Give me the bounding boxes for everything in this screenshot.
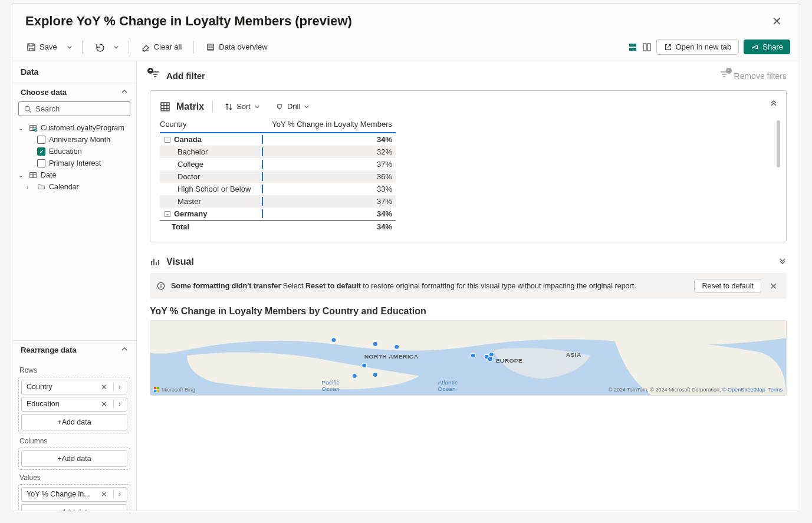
save-label: Save xyxy=(40,42,57,51)
matrix-row[interactable]: Doctor36% xyxy=(160,170,396,183)
token-education[interactable]: Education ✕› xyxy=(21,397,127,412)
open-new-tab-label: Open in new tab xyxy=(676,42,732,51)
choose-data-header[interactable]: Choose data xyxy=(12,83,136,101)
rearrange-header[interactable]: Rearrange data xyxy=(12,340,136,359)
data-overview-button[interactable]: Data overview xyxy=(201,40,272,55)
tree-field-education[interactable]: ✓ Education xyxy=(16,146,133,157)
info-icon xyxy=(157,282,165,290)
save-dropdown[interactable] xyxy=(64,41,75,53)
osm-link[interactable]: © OpenStreetMap xyxy=(722,387,765,393)
filter-bar: + Add filter × Remove filters xyxy=(137,61,800,90)
layout-toggle-side-icon[interactable] xyxy=(642,42,652,52)
add-data-rows[interactable]: +Add data xyxy=(21,414,127,430)
close-icon[interactable]: ✕ xyxy=(767,12,787,31)
svg-point-17 xyxy=(352,374,357,379)
page-title: Explore YoY % Change in Loyalty Members … xyxy=(25,14,352,29)
tree-folder-label: Calendar xyxy=(49,183,79,191)
remove-icon[interactable]: ✕ xyxy=(98,400,110,409)
undo-dropdown[interactable] xyxy=(111,41,121,53)
add-data-values[interactable]: +Add data xyxy=(21,504,127,511)
add-filter-button[interactable]: + Add filter xyxy=(150,70,205,82)
open-new-tab-button[interactable]: Open in new tab xyxy=(656,39,739,55)
svg-rect-24 xyxy=(157,387,159,389)
token-country[interactable]: Country ✕› xyxy=(21,380,127,394)
folder-icon xyxy=(37,183,45,191)
svg-point-15 xyxy=(395,344,399,349)
token-yoy[interactable]: YoY % Change in... ✕› xyxy=(21,487,127,502)
tree-field-primary-interest[interactable]: Primary Interest xyxy=(16,157,133,169)
remove-filters-button[interactable]: × Remove filters xyxy=(719,70,787,82)
svg-text:Ocean: Ocean xyxy=(438,386,456,392)
tree-table-customerloyalty[interactable]: ⌄ CustomerLoyaltyProgram xyxy=(16,122,133,134)
matrix-row[interactable]: –Canada34% xyxy=(160,133,396,146)
matrix-row[interactable]: High School or Below33% xyxy=(160,183,396,195)
matrix-row[interactable]: Master37% xyxy=(160,195,396,208)
undo-button[interactable] xyxy=(90,40,109,55)
map-label-atlantic: Atlantic xyxy=(438,380,458,386)
rows-well[interactable]: Country ✕› Education ✕› +Add data xyxy=(18,377,130,433)
tree-field-anniversary[interactable]: Anniversary Month xyxy=(16,134,133,146)
close-banner-icon[interactable]: ✕ xyxy=(767,281,780,292)
layout-toggle-stacked-icon[interactable] xyxy=(628,42,637,52)
matrix-cell-label: High School or Below xyxy=(177,185,251,193)
checkbox-unchecked-icon[interactable] xyxy=(37,136,45,144)
checkbox-checked-icon[interactable]: ✓ xyxy=(37,147,45,156)
collapse-group-icon[interactable]: – xyxy=(165,211,170,217)
bar-chart-icon xyxy=(150,256,160,267)
map-label-pacific: Pacific xyxy=(321,380,339,386)
bing-attribution: Microsoft Bing xyxy=(154,387,195,393)
filter-remove-icon: × xyxy=(719,70,729,82)
share-button[interactable]: Share xyxy=(744,40,790,54)
save-icon xyxy=(27,42,36,52)
remove-icon[interactable]: ✕ xyxy=(98,383,110,392)
drill-icon xyxy=(275,103,284,111)
sort-icon xyxy=(225,103,233,111)
sort-button[interactable]: Sort xyxy=(221,100,264,113)
matrix-row[interactable]: –Germany34% xyxy=(160,208,396,220)
search-placeholder: Search xyxy=(35,104,60,113)
map-label-eu: EUROPE xyxy=(496,357,523,364)
checkbox-unchecked-icon[interactable] xyxy=(37,159,45,167)
svg-point-14 xyxy=(373,341,377,346)
collapse-up-icon[interactable] xyxy=(770,99,778,109)
search-input[interactable]: Search xyxy=(18,101,130,116)
chevron-right-icon[interactable]: › xyxy=(117,400,122,408)
map-copyright: © 2024 TomTom, © 2024 Microsoft Corporat… xyxy=(609,387,783,393)
matrix-row[interactable]: Total34% xyxy=(160,220,396,232)
field-label: Primary Interest xyxy=(49,159,101,167)
matrix-cell-label: College xyxy=(177,160,203,169)
scrollbar[interactable] xyxy=(777,120,780,167)
clear-all-button[interactable]: Clear all xyxy=(136,40,187,55)
matrix-title: Matrix xyxy=(176,101,204,112)
chevron-up-icon xyxy=(121,88,128,97)
svg-point-21 xyxy=(488,357,492,361)
data-overview-label: Data overview xyxy=(219,42,267,51)
matrix-cell-label: Germany xyxy=(174,209,207,218)
save-button[interactable]: Save xyxy=(22,40,62,55)
matrix-table[interactable]: Country YoY % Change in Loyalty Members … xyxy=(160,120,396,232)
explore-dialog: Explore YoY % Change in Loyalty Members … xyxy=(12,3,800,511)
chevron-right-icon[interactable]: › xyxy=(117,383,122,391)
drill-button[interactable]: Drill xyxy=(272,100,313,113)
reset-to-default-button[interactable]: Reset to default xyxy=(694,279,761,293)
matrix-row[interactable]: College37% xyxy=(160,158,396,170)
format-warning-banner: Some formatting didn't transfer Select R… xyxy=(150,273,787,299)
values-well[interactable]: YoY % Change in... ✕› +Add data xyxy=(18,484,130,511)
expand-down-icon[interactable] xyxy=(778,256,787,267)
tree-table-date[interactable]: ⌄ Date xyxy=(16,169,133,181)
map-label-na: NORTH AMERICA xyxy=(364,353,419,360)
matrix-row[interactable]: Bachelor32% xyxy=(160,146,396,158)
map-visual[interactable]: NORTH AMERICA EUROPE ASIA Pacific Ocean … xyxy=(150,320,787,396)
columns-label: Columns xyxy=(19,437,130,445)
tree-table-label: CustomerLoyaltyProgram xyxy=(41,124,124,132)
add-filter-label: Add filter xyxy=(166,71,205,81)
visual-label: Visual xyxy=(166,256,194,267)
collapse-group-icon[interactable]: – xyxy=(165,137,170,143)
columns-well[interactable]: +Add data xyxy=(18,448,130,470)
terms-link[interactable]: Terms xyxy=(768,387,783,393)
add-data-columns[interactable]: +Add data xyxy=(21,450,127,467)
svg-rect-8 xyxy=(161,103,169,111)
chevron-right-icon[interactable]: › xyxy=(117,490,122,498)
tree-folder-calendar[interactable]: › Calendar xyxy=(16,181,133,193)
remove-icon[interactable]: ✕ xyxy=(98,490,110,499)
